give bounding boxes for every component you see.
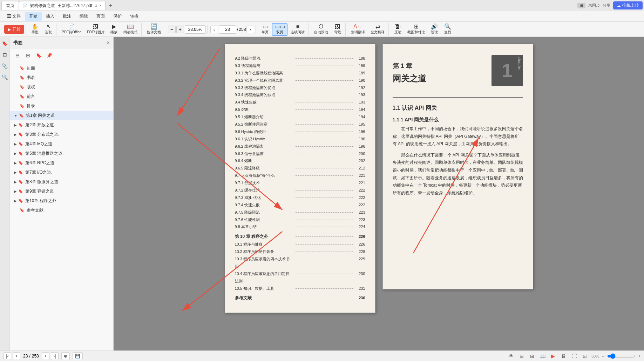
tab-close-icon[interactable]: × [100,4,102,8]
thumbnail-tab[interactable]: ⊟ [1,51,9,59]
menu-file[interactable]: ☰ 文件 [3,12,25,21]
menu-comment[interactable]: 批注 [59,12,75,21]
book-icon-bottom[interactable]: 📖 [539,352,547,360]
toc-dots-8 [295,117,353,117]
expand-page-button[interactable]: ⊕ [61,352,70,360]
pdf-to-office-button[interactable]: 📄 PDF转Office [59,23,84,36]
zoom-input[interactable] [185,25,206,34]
pdf-to-image-button[interactable]: 🖼 PDF转图片 [84,23,107,36]
zoom-in-button[interactable]: + [176,26,184,33]
select-tool-button[interactable]: ↖ 选取 [42,23,55,36]
sidebar-item-3[interactable]: 🔖前言 [10,92,113,101]
sidebar-item-6[interactable]: ▶🔖第2章 开放之道. [10,120,113,130]
menu-page[interactable]: 页面 [92,12,109,21]
hand-tool-button[interactable]: ✋ 手型 [29,23,41,36]
toc-page-16: 221 [355,172,365,179]
first-page-button[interactable]: |‹ [4,352,11,360]
continuous-read-button[interactable]: ≡ 连续阅读 [288,23,307,36]
double-page-button[interactable]: ▭▭ 双页 [272,23,287,36]
menu-protect[interactable]: 保护 [109,12,126,21]
toc-dots-9 [295,124,353,125]
cursor-icon: ↖ [46,24,51,29]
tab-bar-right: 🖥 未同步 分享 ☁ 拖拽上传 [577,1,643,9]
cloud-sync[interactable]: 未同步 [588,3,600,8]
sidebar-item-13[interactable]: ▶🔖第9章 容错之道 [10,187,113,196]
sidebar-item-15[interactable]: 🔖参考文献. [10,206,113,215]
toc-title-25: 10.1 程序与健身 [235,241,293,248]
prev-page-bottom-button[interactable]: ‹ [13,352,20,360]
expand-icon-13: ▶ [14,189,17,193]
zoom-out-button[interactable]: − [168,26,176,33]
columns-icon[interactable]: ⊞ [528,352,536,360]
find-button[interactable]: 🔍 查找 [441,23,454,36]
bookmark-tab[interactable]: 🔖 [1,40,9,47]
body-paragraph-2: 那么在什么情况下需要一个 API 网关呢？下面从单体应用到微服务演变的过程去阐述… [393,152,523,197]
single-page-button[interactable]: ▭ 单页 [259,23,271,36]
toc-entry-29: 10.5 知识、数据、工具 231 [235,285,365,292]
sidebar-item-1[interactable]: 🔖书名 [10,73,113,82]
zoom-slider[interactable] [607,353,635,359]
full-translate-button[interactable]: ⇄ 全文翻译 [368,23,387,36]
present-icon[interactable]: ⊡ [581,352,589,360]
toolbar-cursor-group: ✋ 手型 ↖ 选取 [27,23,56,36]
bookmark-icon-3[interactable]: 🔖 [34,51,43,60]
compare-button[interactable]: ⊞ 截图和对比 [405,23,427,36]
search-tab[interactable]: 🔍 [1,73,9,81]
upload-button[interactable]: ☁ 拖拽上传 [613,1,643,9]
upload-icon: ☁ [617,3,621,8]
tab-doc[interactable]: 📄 架构修炼之道_王新栋...27647.pdf ⚙ × [19,1,106,10]
sidebar-item-2[interactable]: 🔖版权 [10,82,113,92]
play-button[interactable]: ▶ 播放 [108,23,120,36]
layout-icon[interactable]: ⊟ [518,352,526,360]
toc-title-1: 9.3 线程池隔离 [235,62,293,69]
sidebar-close-button[interactable]: × [107,40,110,46]
sidebar-item-7[interactable]: ▶🔖第3章 分布式之道. [10,130,113,139]
play-icon-bottom[interactable]: ▶ [549,352,557,360]
sidebar-item-10[interactable]: ▶🔖第6章 RPC之道 [10,158,113,168]
toc-page-7: 194 [355,106,365,113]
tab-home[interactable]: 首页 [1,1,19,10]
page-number-input[interactable] [219,25,236,34]
save-page-button[interactable]: 💾 [73,352,83,360]
menu-start[interactable]: 开始 [25,12,42,21]
sidebar-item-5[interactable]: ▼🔖第1章 网关之道 [10,111,113,120]
rotate-doc-button[interactable]: 🔄 旋转文档 [144,23,163,36]
menu-convert[interactable]: 转换 [126,12,143,21]
sidebar-item-11[interactable]: ▶🔖第7章 I/O之道. [10,168,113,177]
sidebar-item-9[interactable]: ▶🔖第5章 消息推送之道. [10,149,113,158]
menu-insert[interactable]: 插入 [42,12,59,21]
eye-icon[interactable]: 👁 [507,352,515,360]
fullscreen-icon[interactable]: ⛶ [570,352,578,360]
bookmark-icon-1[interactable]: ⊟ [13,51,22,60]
sidebar-item-14[interactable]: ▶🔖第10章 程序之外. [10,196,113,206]
read-mode-button[interactable]: 📖 阅读模式 [121,23,140,36]
menu-edit[interactable]: 编辑 [75,12,92,21]
compare-icon: ⊞ [414,24,419,29]
prev-page-button[interactable]: ‹ [210,26,218,33]
word-translate-button[interactable]: A↔ 划词翻译 [348,23,367,36]
background-button[interactable]: 🖼 背景 [331,23,344,36]
auto-scroll-button[interactable]: ⏱ 自动滚动 [312,23,331,36]
bookmark-icon-2[interactable]: ⊞ [24,51,32,60]
compress-button[interactable]: 🗜 压缩 [392,23,404,36]
start-button[interactable]: ▶ 开始 [4,25,24,34]
last-page-button[interactable]: ›| [51,352,59,360]
tab-add-button[interactable]: + [106,1,116,10]
sidebar-item-0[interactable]: 🔖封面 [10,63,113,73]
next-page-button[interactable]: › [246,26,254,33]
attachment-tab[interactable]: 📎 [1,62,9,70]
speaker-icon: 🔊 [431,24,438,29]
next-page-bottom-button[interactable]: › [42,352,49,360]
pdf-content[interactable]: 9.2 降级与限流 188 9.3 线程池隔离 189 9.3.1 为什么要做线… [114,37,644,350]
screen-icon-bottom[interactable]: 🖥 [560,352,568,360]
bookmark-icon-4[interactable]: 📌 [45,51,53,60]
sidebar-item-4[interactable]: 🔖目录 [10,101,113,111]
read-aloud-button[interactable]: 🔊 朗读 [428,23,441,36]
sidebar-item-8[interactable]: ▶🔖第4章 MQ之道. [10,139,113,149]
single-page-icon: ▭ [263,24,268,29]
toc-page-5: 193 [355,91,365,99]
share-btn[interactable]: 分享 [603,3,610,8]
expand-icon-7: ▶ [14,133,17,136]
sidebar-item-12[interactable]: ▶🔖第8章 微服务之道. [10,177,113,187]
toc-entry-15: 9.6.5 限流降级 212 [235,165,365,172]
